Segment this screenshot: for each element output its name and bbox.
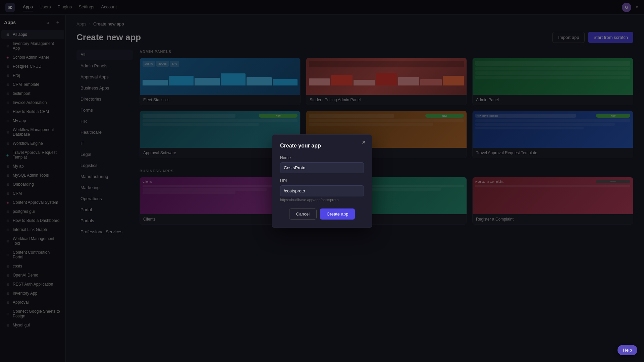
cancel-button[interactable]: Cancel xyxy=(289,208,317,220)
url-helper: https://budibase.app/app/costsproto xyxy=(280,198,364,202)
help-button[interactable]: Help xyxy=(618,345,637,355)
name-input[interactable] xyxy=(280,162,364,173)
modal-overlay[interactable]: ✕ Create your app Name URL https://budib… xyxy=(0,0,644,362)
name-label: Name xyxy=(280,156,364,160)
name-form-group: Name xyxy=(280,156,364,173)
modal-title: Create your app xyxy=(280,143,364,149)
modal-actions: Cancel Create app xyxy=(280,208,364,220)
create-app-button[interactable]: Create app xyxy=(320,208,355,220)
create-app-modal: ✕ Create your app Name URL https://budib… xyxy=(272,134,372,228)
url-form-group: URL https://budibase.app/app/costsproto xyxy=(280,179,364,202)
url-label: URL xyxy=(280,179,364,183)
url-input[interactable] xyxy=(280,185,364,196)
modal-close-button[interactable]: ✕ xyxy=(360,139,367,146)
